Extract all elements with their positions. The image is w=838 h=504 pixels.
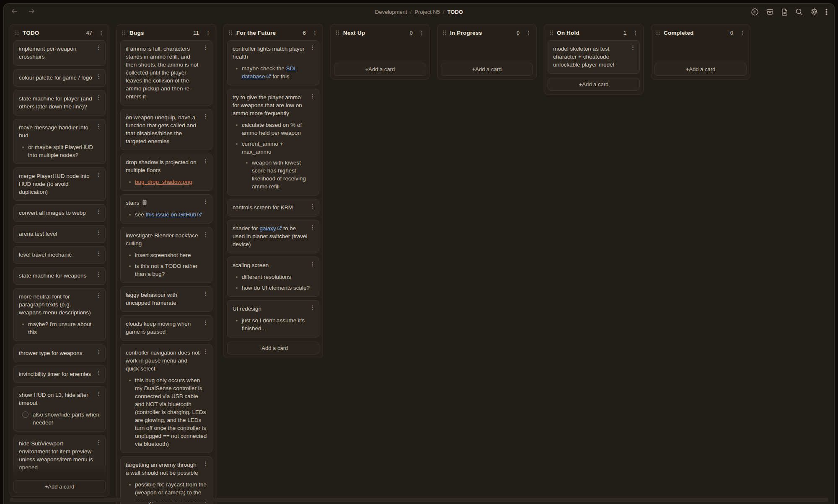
card-menu-icon[interactable]: ⋮: [96, 95, 101, 100]
notes-button[interactable]: [781, 8, 788, 16]
card-title: scaling screen: [233, 261, 314, 269]
card[interactable]: ⋮state machine for weapons: [13, 267, 106, 285]
card[interactable]: ⋮more neutral font for paragraph texts (…: [13, 288, 106, 341]
card[interactable]: ⋮controller navigation does not work in …: [120, 344, 212, 453]
card[interactable]: ⋮clouds keep moving when game is paused: [120, 315, 212, 341]
card[interactable]: ⋮controls screen for KBM: [227, 199, 319, 216]
card-menu-icon[interactable]: ⋮: [96, 349, 101, 355]
card[interactable]: ⋮state machine for player (and others la…: [13, 90, 106, 116]
card-link[interactable]: galaxy: [260, 225, 282, 231]
column-drag-handle[interactable]: [336, 30, 339, 36]
card[interactable]: ⋮level travel mechanic: [13, 246, 106, 264]
card-menu-icon[interactable]: ⋮: [203, 320, 208, 325]
card-link[interactable]: this issue on GitHub: [146, 211, 202, 218]
add-card-button[interactable]: +Add a card: [227, 342, 319, 355]
back-button[interactable]: [10, 8, 19, 16]
more-menu-button[interactable]: [825, 8, 828, 16]
card-menu-icon[interactable]: ⋮: [310, 45, 315, 50]
add-board-button[interactable]: [751, 8, 759, 16]
column-drag-handle[interactable]: [122, 30, 126, 36]
card-menu-icon[interactable]: ⋮: [96, 440, 101, 445]
card-menu-icon[interactable]: ⋮: [96, 251, 101, 256]
card[interactable]: ⋮implement per-weapon crosshairs: [13, 40, 106, 66]
settings-button[interactable]: [810, 8, 818, 16]
card[interactable]: ⋮drop shadow is projected on multiple fl…: [120, 154, 212, 191]
card[interactable]: ⋮controller lights match player healthma…: [227, 40, 319, 85]
card[interactable]: ⋮hide SubViewport environment for item p…: [13, 435, 106, 476]
column-menu-icon[interactable]: ⋮: [526, 30, 531, 36]
card-menu-icon[interactable]: ⋮: [203, 349, 208, 354]
card-menu-icon[interactable]: ⋮: [96, 209, 101, 214]
card-menu-icon[interactable]: ⋮: [203, 158, 208, 164]
external-link-icon: [266, 74, 271, 79]
card[interactable]: ⋮investigate Blender backface cullingins…: [120, 227, 212, 283]
card[interactable]: ⋮stairs see this issue on GitHub: [120, 194, 212, 224]
add-card-button[interactable]: +Add a card: [334, 63, 426, 76]
card[interactable]: ⋮shader for galaxy to be used in planet …: [227, 220, 319, 253]
forward-button[interactable]: [27, 8, 36, 16]
card-menu-icon[interactable]: ⋮: [310, 305, 315, 310]
card-menu-icon[interactable]: ⋮: [96, 45, 101, 50]
card-menu-icon[interactable]: ⋮: [96, 74, 101, 79]
card-menu-icon[interactable]: ⋮: [96, 391, 101, 396]
column-menu-icon[interactable]: ⋮: [740, 30, 745, 36]
column-menu-icon[interactable]: ⋮: [633, 30, 638, 36]
card-menu-icon[interactable]: ⋮: [310, 203, 315, 209]
card-menu-icon[interactable]: ⋮: [96, 230, 101, 235]
bullet-dot-icon: [129, 265, 131, 267]
column-menu-icon[interactable]: ⋮: [312, 30, 318, 36]
add-card-button[interactable]: +Add a card: [441, 63, 533, 76]
add-card-button[interactable]: +Add a card: [654, 63, 747, 76]
card-menu-icon[interactable]: ⋮: [96, 370, 101, 375]
card-text: show HUD on L3, hide after timeout: [19, 392, 88, 406]
card[interactable]: ⋮thrower type for weapons: [13, 345, 106, 362]
horizontal-scrollbar[interactable]: [10, 498, 828, 502]
card-menu-icon[interactable]: ⋮: [203, 291, 208, 296]
column-menu-icon[interactable]: ⋮: [419, 30, 424, 36]
checkbox-circle[interactable]: [22, 411, 28, 418]
add-card-button[interactable]: +Add a card: [13, 480, 106, 493]
card[interactable]: ⋮laggy behaviour with uncapped framerate: [120, 286, 212, 312]
card[interactable]: ⋮scaling screendifferent resolutionshow …: [227, 257, 319, 297]
bullet-text: see this issue on GitHub: [135, 211, 202, 219]
card-menu-icon[interactable]: ⋮: [203, 45, 208, 50]
card[interactable]: ⋮arena test level: [13, 225, 106, 243]
card-menu-icon[interactable]: ⋮: [310, 224, 315, 230]
column-menu-icon[interactable]: ⋮: [205, 30, 211, 36]
column-drag-handle[interactable]: [442, 30, 446, 36]
card[interactable]: ⋮merge PlayerHUD node into HUD node (to …: [13, 167, 106, 201]
card-menu-icon[interactable]: ⋮: [203, 231, 208, 237]
card[interactable]: ⋮colour palette for game / logo: [13, 69, 106, 87]
card[interactable]: ⋮model skeleton as test character + chea…: [548, 40, 640, 74]
add-card-button[interactable]: +Add a card: [548, 78, 640, 91]
card-menu-icon[interactable]: ⋮: [96, 172, 101, 177]
card[interactable]: ⋮if ammo is full, characters stands in a…: [120, 40, 212, 105]
column-drag-handle[interactable]: [549, 30, 553, 36]
card-menu-icon[interactable]: ⋮: [96, 123, 101, 129]
card-menu-icon[interactable]: ⋮: [630, 45, 636, 50]
card[interactable]: ⋮invincibility timer for enemies: [13, 365, 106, 383]
card[interactable]: ⋮on weapon unequip, have a function that…: [120, 109, 212, 150]
archive-button[interactable]: [766, 8, 774, 16]
card[interactable]: ⋮show HUD on L3, hide after timeoutalso …: [13, 386, 106, 432]
breadcrumb-item-project[interactable]: Project N5: [414, 9, 440, 15]
card[interactable]: ⋮convert all images to webp: [13, 204, 106, 222]
card-menu-icon[interactable]: ⋮: [203, 113, 208, 119]
card-menu-icon[interactable]: ⋮: [310, 261, 315, 267]
card-menu-icon[interactable]: ⋮: [203, 461, 208, 466]
column-drag-handle[interactable]: [15, 30, 19, 36]
card-link[interactable]: bug_drop_shadow.png: [135, 179, 192, 185]
card[interactable]: ⋮targetting an enemy through a wall shou…: [120, 456, 212, 504]
card-menu-icon[interactable]: ⋮: [96, 293, 101, 298]
column-drag-handle[interactable]: [656, 30, 660, 36]
column-drag-handle[interactable]: [229, 30, 233, 36]
breadcrumb-item-development[interactable]: Development: [375, 9, 407, 15]
search-button[interactable]: [795, 8, 803, 16]
card-menu-icon[interactable]: ⋮: [203, 199, 208, 204]
card[interactable]: ⋮UI redesignjust so I don't assume it's …: [227, 300, 319, 337]
card-menu-icon[interactable]: ⋮: [310, 93, 315, 99]
card[interactable]: ⋮try to give the player ammo for weapons…: [227, 89, 319, 195]
card-menu-icon[interactable]: ⋮: [96, 272, 101, 277]
column-menu-icon[interactable]: ⋮: [98, 30, 104, 36]
card[interactable]: ⋮move message handler into hudor maybe s…: [13, 119, 106, 164]
